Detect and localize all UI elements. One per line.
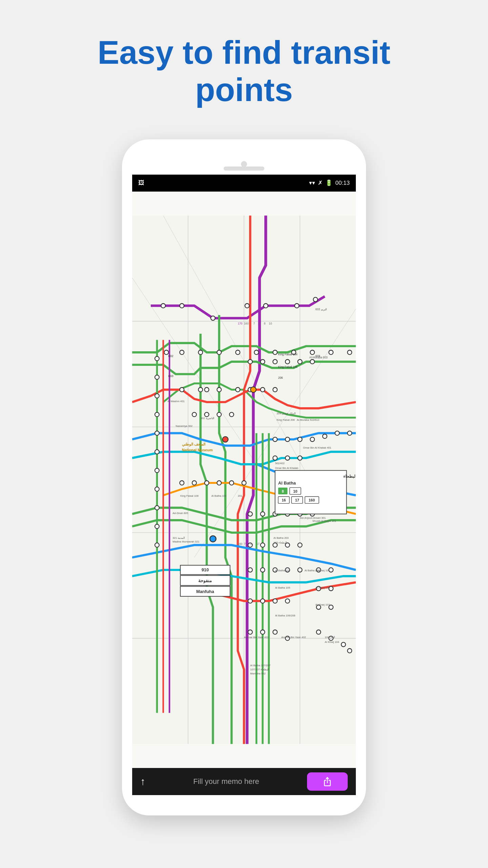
svg-text:Shuaib Al Dayni 101: Shuaib Al Dayni 101 xyxy=(312,519,336,522)
svg-point-14 xyxy=(245,303,249,308)
status-right: ▾▾ ✗ 🔋 00:13 xyxy=(309,179,350,186)
svg-text:Al Kharj 101: Al Kharj 101 xyxy=(316,569,330,572)
status-left: 🖼 xyxy=(138,179,144,186)
status-bar: 🖼 ▾▾ ✗ 🔋 00:13 xyxy=(132,175,356,192)
svg-text:7: 7 xyxy=(244,542,246,546)
svg-text:203 البطحاء: 203 البطحاء xyxy=(273,541,287,544)
svg-text:8: 8 xyxy=(282,489,284,493)
svg-text:204 الملك فيصل: 204 الملك فيصل xyxy=(277,412,295,415)
svg-point-24 xyxy=(273,350,277,355)
share-icon xyxy=(322,776,332,787)
svg-point-52 xyxy=(323,434,327,438)
svg-point-92 xyxy=(273,630,277,634)
svg-point-28 xyxy=(347,350,352,355)
svg-point-33 xyxy=(298,359,302,364)
svg-text:Al-Muraba 603: Al-Muraba 603 xyxy=(309,356,328,359)
svg-point-37 xyxy=(205,388,209,392)
svg-text:Al Batha: Al Batha xyxy=(278,480,296,486)
svg-text:16: 16 xyxy=(282,498,286,502)
signal-icon: ✗ xyxy=(318,179,323,186)
svg-point-27 xyxy=(329,350,333,355)
svg-point-36 xyxy=(198,388,203,392)
svg-point-53 xyxy=(335,431,340,435)
svg-text:Al Batha 107/207: Al Batha 107/207 xyxy=(250,664,270,667)
svg-text:Al Batha 203: Al Batha 203 xyxy=(273,536,289,539)
svg-text:602: 602 xyxy=(168,354,173,358)
svg-point-15 xyxy=(264,303,268,308)
svg-point-74 xyxy=(298,543,302,547)
svg-point-22 xyxy=(236,350,240,355)
svg-text:104 الخير: 104 الخير xyxy=(325,636,335,639)
bottom-bar: ↑ Fill your memo here xyxy=(132,768,356,795)
svg-point-34 xyxy=(310,359,314,364)
svg-text:Ammar Bin Yasir 402: Ammar Bin Yasir 402 xyxy=(281,636,306,639)
svg-point-79 xyxy=(298,568,302,572)
svg-point-19 xyxy=(180,350,184,355)
svg-text:160: 160 xyxy=(238,542,243,546)
svg-text:Manfuha 502: Manfuha 502 xyxy=(250,672,265,675)
svg-text:Abi Anjoub Ansari 301: Abi Anjoub Ansari 301 xyxy=(300,516,326,519)
status-time: 00:13 xyxy=(335,180,350,186)
svg-point-49 xyxy=(285,437,290,441)
svg-text:Al Batha 106/206: Al Batha 106/206 xyxy=(275,614,296,617)
svg-text:17: 17 xyxy=(257,542,260,546)
svg-point-20 xyxy=(198,350,203,355)
svg-text:8: 8 xyxy=(264,322,266,325)
svg-point-51 xyxy=(310,437,314,441)
svg-text:King Faisal 105: King Faisal 105 xyxy=(278,366,298,369)
svg-point-82 xyxy=(273,599,277,603)
svg-point-54 xyxy=(347,431,352,435)
svg-point-55 xyxy=(273,456,277,460)
svg-point-50 xyxy=(298,437,302,441)
phone-camera xyxy=(241,161,247,167)
svg-point-105 xyxy=(155,450,159,454)
svg-point-110 xyxy=(155,543,159,547)
svg-point-109 xyxy=(155,524,159,529)
svg-point-64 xyxy=(248,512,252,516)
svg-point-101 xyxy=(155,375,159,379)
svg-point-11 xyxy=(161,303,165,308)
svg-text:7: 7 xyxy=(253,322,255,325)
svg-point-75 xyxy=(248,568,252,572)
svg-text:Manfuha: Manfuha xyxy=(196,589,215,594)
svg-text:201: 201 xyxy=(238,494,242,497)
svg-point-29 xyxy=(248,359,252,364)
svg-text:Al Batha 101: Al Batha 101 xyxy=(211,494,227,497)
svg-text:9: 9 xyxy=(250,542,252,546)
svg-point-44 xyxy=(192,412,197,417)
battery-icon: 🔋 xyxy=(325,179,332,186)
svg-point-17 xyxy=(313,297,318,302)
svg-point-43 xyxy=(223,436,228,442)
svg-point-98 xyxy=(250,387,256,393)
share-button[interactable] xyxy=(307,772,348,791)
svg-point-46 xyxy=(217,412,221,417)
svg-text:Al Kharj 103: Al Kharj 103 xyxy=(316,603,330,606)
svg-point-104 xyxy=(155,431,159,435)
svg-text:Nasseriya 302: Nasseriya 302 xyxy=(176,425,192,428)
svg-text:Al Batha 104: Al Batha 104 xyxy=(275,569,290,572)
svg-point-56 xyxy=(285,456,290,460)
page-headline: Easy to find transit points xyxy=(98,34,390,109)
svg-point-38 xyxy=(217,388,221,392)
memo-placeholder[interactable]: Fill your memo here xyxy=(193,777,259,786)
svg-text:المتحف الوطني: المتحف الوطني xyxy=(182,442,205,447)
svg-point-21 xyxy=(217,350,221,355)
svg-point-65 xyxy=(261,512,265,516)
svg-point-41 xyxy=(261,388,265,392)
svg-text:King Faisal 108: King Faisal 108 xyxy=(180,494,199,497)
svg-text:Omar Bin Al Khatab 401: Omar Bin Al Khatab 401 xyxy=(303,446,331,449)
svg-text:Ammar Bin Yasir 401: Ammar Bin Yasir 401 xyxy=(244,636,269,639)
svg-point-83 xyxy=(285,599,290,603)
svg-text:10: 10 xyxy=(269,322,272,325)
svg-text:Al Batha 105: Al Batha 105 xyxy=(275,586,290,589)
svg-text:Al-Muraba 510/610: Al-Muraba 510/610 xyxy=(297,418,320,421)
svg-point-96 xyxy=(341,642,346,647)
svg-text:10: 10 xyxy=(293,489,297,493)
svg-point-97 xyxy=(347,649,352,653)
svg-text:206: 206 xyxy=(278,376,283,379)
svg-text:321 المدينة: 321 المدينة xyxy=(172,536,185,539)
svg-point-91 xyxy=(261,630,265,634)
svg-text:160: 160 xyxy=(244,322,249,325)
svg-text:National Museum: National Museum xyxy=(182,448,213,452)
svg-point-61 xyxy=(217,481,221,485)
